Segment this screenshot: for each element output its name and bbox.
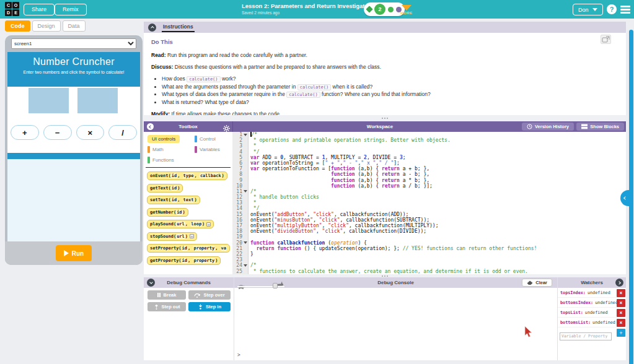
gutter-line-number[interactable]: 13 [232,200,249,206]
category-control[interactable]: Control [195,135,232,143]
gutter-line-number[interactable]: 25 [232,269,249,274]
step-over-button[interactable]: Step over [188,290,231,300]
gutter-line-number[interactable]: 2 [232,137,249,143]
console-prompt[interactable]: > [237,352,240,358]
fold-arrow-icon[interactable] [244,264,247,267]
collapse-instructions-button[interactable] [148,24,156,32]
gutter-line-number[interactable]: 5 [232,155,249,160]
fold-arrow-icon[interactable] [244,134,247,136]
code-line[interactable]: 11/* [232,189,626,194]
remove-watcher-button[interactable]: × [617,289,625,297]
remove-watcher-button[interactable]: × [617,299,625,307]
collapse-params-toggle[interactable]: − [190,234,194,238]
code-org-logo[interactable]: C O D E [5,2,19,16]
popout-instructions-button[interactable] [601,35,611,44]
toolbox-block-playSound[interactable]: playSound(url, loop)− [147,220,214,228]
code-line[interactable]: 21 return function () { updateScreen(ope… [232,246,626,251]
gutter-line-number[interactable]: 24 [232,262,249,268]
tab-code[interactable]: Code [5,20,30,32]
code-line[interactable]: 18onEvent("divideButton", "click", callb… [232,228,626,234]
gutter-line-number[interactable]: 16 [232,217,249,223]
code-line[interactable]: 9 function (a,b) { return a * b; }, [232,178,626,183]
toolbox-block-getText[interactable]: getText(id) [147,184,183,193]
gutter-line-number[interactable]: 15 [232,212,249,217]
gutter-line-number[interactable]: 4 [232,149,249,155]
right-panel-scrollbar[interactable] [629,30,633,364]
more-dropdown[interactable]: MORE [400,5,412,15]
category-variables[interactable]: Variables [195,145,232,154]
gutter-line-number[interactable]: 6 [232,160,249,166]
code-line[interactable]: 7var operationToFunction = [function (a,… [232,166,626,171]
gutter-line-number[interactable]: 23 [232,257,249,262]
operator-add-button[interactable]: + [11,125,39,140]
hamburger-menu-icon[interactable] [620,6,630,15]
number-input-box-1[interactable] [29,88,69,113]
help-button[interactable]: ? [607,4,617,14]
code-line[interactable]: 3 * [232,143,626,149]
clear-console-button[interactable]: Clear [522,279,552,287]
toolbox-settings-button[interactable] [223,123,230,134]
operator-subtract-button[interactable]: − [43,125,72,140]
tab-data[interactable]: Data [63,20,86,32]
code-line[interactable]: 25 * functions to calculate the answer, … [232,269,626,274]
gutter-line-number[interactable]: 11 [232,189,249,194]
code-line[interactable]: 12 * handle button clicks [232,194,626,200]
gutter-line-number[interactable]: 7 [232,166,249,171]
code-line[interactable]: 1/* [232,132,626,137]
code-line[interactable]: 10 function (a,b) { return a / b; }]; [232,183,626,189]
user-menu-button[interactable]: Don [573,4,603,15]
code-line[interactable]: 24/* [232,262,626,268]
gutter-line-number[interactable]: 17 [232,223,249,228]
gutter-line-number[interactable]: 18 [232,228,249,234]
code-line[interactable]: 13 * [232,200,626,206]
gutter-line-number[interactable]: 21 [232,246,249,251]
progress-bubbles[interactable]: 2 [364,2,405,16]
collapse-params-toggle[interactable]: − [206,222,211,227]
watcher-variable-input[interactable] [560,332,612,340]
remove-watcher-button[interactable]: × [617,309,625,317]
tab-design[interactable]: Design [32,20,61,32]
code-line[interactable]: 16onEvent("minusButton", "click", callba… [232,217,626,223]
toolbox-block-stopSound[interactable]: stopSound(url)− [147,232,197,241]
operator-multiply-button[interactable]: × [76,125,105,140]
toolbox-block-getNumber[interactable]: getNumber(id) [147,208,188,217]
code-line[interactable]: 20function callbackfunction (operation) … [232,240,626,246]
code-line[interactable]: 23 [232,257,626,262]
collapse-watchers-button[interactable] [615,279,623,287]
code-line[interactable]: 5var ADD = 0, SUBTRACT = 1, MULTIPLY = 2… [232,155,626,160]
code-line[interactable]: 19 [232,234,626,240]
gutter-line-number[interactable]: 12 [232,194,249,200]
remove-watcher-button[interactable]: × [617,319,625,327]
code-line[interactable]: 6var operationToString = [" + "," - "," … [232,160,626,166]
fold-arrow-icon[interactable] [244,190,247,193]
gutter-line-number[interactable]: 3 [232,143,249,149]
run-button[interactable]: Run [56,245,92,261]
fold-arrow-icon[interactable] [244,241,247,244]
code-line[interactable]: 22} [232,251,626,257]
operator-divide-button[interactable]: / [108,125,137,140]
code-line[interactable]: 4 */ [232,149,626,155]
version-history-button[interactable]: Version History [522,123,574,131]
code-line[interactable]: 15onEvent("addButton", "click", callback… [232,212,626,217]
step-in-button[interactable]: Step in [188,302,231,311]
gutter-line-number[interactable]: 10 [232,183,249,189]
toolbox-block-getProperty[interactable]: getProperty(id, property) [147,256,221,265]
code-editor[interactable]: 1/*2 * operations and printable operatio… [232,132,626,274]
category-ui-controls[interactable]: UI controls [147,135,180,143]
show-blocks-button[interactable]: Show Blocks [576,123,624,131]
gutter-line-number[interactable]: 8 [232,171,249,177]
level-dot[interactable] [388,7,394,12]
resize-handle[interactable] [144,115,626,121]
screen-select[interactable]: screen1 [11,38,136,49]
number-input-box-2[interactable] [77,88,118,113]
code-line[interactable]: 17onEvent("multiplyButton", "click", cal… [232,223,626,228]
gutter-line-number[interactable]: 20 [232,240,249,246]
step-out-button[interactable]: Step out [147,302,186,311]
break-button[interactable]: Break [147,290,186,300]
add-watcher-button[interactable]: + [617,329,625,337]
tab-instructions[interactable]: Instructions [162,22,195,32]
toolbox-block-setText[interactable]: setText(id, text) [147,196,200,204]
gutter-line-number[interactable]: 22 [232,251,249,257]
toolbox-block-onEvent[interactable]: onEvent(id, type, callback) [147,171,227,180]
level-diamond[interactable] [366,6,372,12]
